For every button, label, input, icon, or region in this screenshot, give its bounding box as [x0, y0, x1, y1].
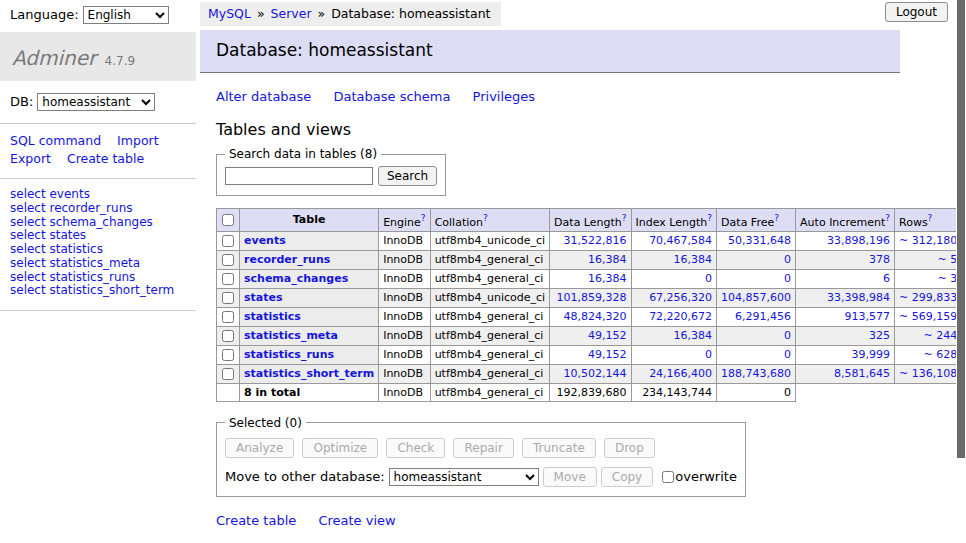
column-header-collation: Collation? [430, 209, 549, 232]
help-link[interactable]: ? [774, 213, 779, 223]
table-link[interactable]: events [244, 234, 286, 247]
page-title: Database: homeassistant [200, 30, 900, 73]
auto-increment-cell: 39,999 [796, 345, 895, 364]
index-length-cell: 0 [631, 269, 717, 288]
engine-cell: InnoDB [379, 307, 430, 326]
search-input[interactable] [225, 167, 373, 185]
column-header-rows: Rows? [895, 209, 962, 232]
sidebar: Language:English Adminer 4.7.9 DB:homeas… [0, 0, 196, 311]
table-row: schema_changes InnoDB utf8mb4_general_ci… [217, 269, 966, 288]
column-header-data-free: Data Free? [717, 209, 796, 232]
engine-cell: InnoDB [379, 326, 430, 345]
sidebar-item-select-statistics-meta[interactable]: select statistics_meta [10, 256, 140, 270]
privileges-link[interactable]: Privileges [473, 89, 536, 104]
sidebar-item-export[interactable]: Export [10, 151, 51, 166]
sidebar-menu: SQL command Import Export Create table [0, 124, 196, 179]
sidebar-item-select-statistics-runs[interactable]: select statistics_runs [10, 270, 135, 284]
help-link[interactable]: ? [885, 213, 890, 223]
rows-cell: ~ 3 [895, 269, 962, 288]
help-link[interactable]: ? [483, 213, 488, 223]
collation-cell: utf8mb4_general_ci [430, 364, 549, 383]
breadcrumb-mysql-link[interactable]: MySQL [208, 6, 251, 21]
table-link[interactable]: statistics [244, 310, 301, 323]
rows-cell: ~ 244 [895, 326, 962, 345]
collation-cell: utf8mb4_general_ci [430, 383, 549, 401]
table-link[interactable]: recorder_runs [244, 253, 330, 266]
data-length-cell: 192,839,680 [550, 383, 631, 401]
row-checkbox[interactable] [222, 368, 234, 380]
table-link[interactable]: statistics_meta [244, 329, 338, 342]
row-checkbox[interactable] [222, 273, 234, 285]
column-header-table: Table [240, 209, 379, 232]
help-link[interactable]: ? [622, 213, 627, 223]
table-name-cell: statistics_runs [240, 345, 379, 364]
sidebar-item-select-statistics[interactable]: select statistics [10, 242, 103, 256]
sidebar-item-select-statistics-short-term[interactable]: select statistics_short_term [10, 283, 174, 297]
table-row: statistics InnoDB utf8mb4_general_ci 48,… [217, 307, 966, 326]
help-link[interactable]: ? [707, 213, 712, 223]
check-button: Check [386, 438, 445, 458]
index-length-cell: 16,384 [631, 250, 717, 269]
list-item: select events [10, 188, 186, 201]
data-free-cell: 50,331,648 [717, 231, 796, 250]
move-db-select[interactable]: homeassistant [389, 468, 539, 486]
index-length-cell: 16,384 [631, 326, 717, 345]
sidebar-item-select-states[interactable]: select states [10, 228, 86, 242]
language-label: Language: [10, 7, 79, 22]
tables-and-views-heading: Tables and views [216, 120, 966, 139]
auto-increment-cell: 378 [796, 250, 895, 269]
auto-increment-cell: 6 [796, 269, 895, 288]
data-free-cell: 0 [717, 326, 796, 345]
row-checkbox[interactable] [222, 330, 234, 342]
list-item: select schema_changes [10, 216, 186, 229]
sidebar-item-select-events[interactable]: select events [10, 187, 90, 201]
table-link[interactable]: schema_changes [244, 272, 348, 285]
help-link[interactable]: ? [421, 213, 426, 223]
scrollbar-thumb[interactable] [957, 0, 965, 458]
sidebar-item-select-schema-changes[interactable]: select schema_changes [10, 215, 153, 229]
table-name-cell: events [240, 231, 379, 250]
row-checkbox[interactable] [222, 292, 234, 304]
database-schema-link[interactable]: Database schema [334, 89, 451, 104]
logout-button[interactable]: Logout [885, 2, 948, 22]
row-checkbox[interactable] [222, 254, 234, 266]
rows-cell: ~ 5 [895, 250, 962, 269]
create-table-link[interactable]: Create table [216, 513, 296, 528]
create-view-link[interactable]: Create view [318, 513, 395, 528]
engine-cell: InnoDB [379, 345, 430, 364]
select-all-checkbox[interactable] [222, 214, 234, 226]
row-checkbox[interactable] [222, 311, 234, 323]
help-link[interactable]: ? [928, 213, 933, 223]
collation-cell: utf8mb4_unicode_ci [430, 231, 549, 250]
repair-button: Repair [453, 438, 513, 458]
data-free-cell: 0 [717, 250, 796, 269]
engine-cell: InnoDB [379, 383, 430, 401]
create-links: Create table Create view [216, 513, 966, 528]
alter-database-link[interactable]: Alter database [216, 89, 311, 104]
breadcrumb-server-link[interactable]: Server [271, 6, 312, 21]
language-select[interactable]: English [83, 6, 169, 24]
db-select[interactable]: homeassistant [37, 93, 155, 111]
table-link[interactable]: statistics_runs [244, 348, 334, 361]
data-free-cell: 0 [717, 383, 796, 401]
auto-increment-cell: 325 [796, 326, 895, 345]
sidebar-item-import[interactable]: Import [117, 133, 159, 148]
sidebar-item-sql-command[interactable]: SQL command [10, 133, 101, 148]
row-checkbox[interactable] [222, 349, 234, 361]
table-link[interactable]: states [244, 291, 283, 304]
row-checkbox[interactable] [222, 235, 234, 247]
main-content: MySQL » Server » Database: homeassistant… [200, 0, 966, 543]
table-link[interactable]: statistics_short_term [244, 367, 374, 380]
list-item: select statistics_runs [10, 271, 186, 284]
sidebar-item-select-recorder-runs[interactable]: select recorder_runs [10, 201, 133, 215]
table-row: recorder_runs InnoDB utf8mb4_general_ci … [217, 250, 966, 269]
engine-cell: InnoDB [379, 231, 430, 250]
breadcrumb-separator: » [318, 6, 326, 21]
sidebar-item-create-table[interactable]: Create table [67, 151, 144, 166]
engine-cell: InnoDB [379, 288, 430, 307]
move-label: Move to other database: [225, 469, 385, 484]
truncate-button: Truncate [522, 438, 596, 458]
search-button[interactable]: Search [378, 166, 437, 186]
engine-cell: InnoDB [379, 269, 430, 288]
overwrite-checkbox[interactable] [662, 471, 674, 483]
